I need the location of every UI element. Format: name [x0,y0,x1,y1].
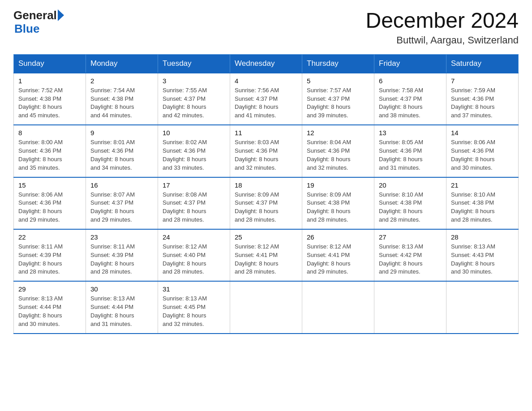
day-info: Sunrise: 7:56 AM Sunset: 4:37 PM Dayligh… [235,86,297,120]
day-info: Sunrise: 8:13 AM Sunset: 4:42 PM Dayligh… [379,243,442,276]
bottom-border-cell [374,334,446,334]
day-cell: 30 Sunrise: 8:13 AM Sunset: 4:44 PM Dayl… [86,282,158,333]
page-header: General Blue December 2024 Buttwil, Aarg… [13,9,519,46]
day-number: 25 [235,233,297,241]
week-row-3: 15 Sunrise: 8:06 AM Sunset: 4:36 PM Dayl… [14,178,519,229]
day-number: 31 [163,285,225,293]
day-cell: 20 Sunrise: 8:10 AM Sunset: 4:38 PM Dayl… [374,178,446,229]
day-number: 4 [235,77,297,85]
day-number: 24 [163,233,225,241]
day-info: Sunrise: 8:06 AM Sunset: 4:36 PM Dayligh… [451,138,514,172]
day-info: Sunrise: 7:58 AM Sunset: 4:37 PM Dayligh… [379,86,442,120]
logo-text: General [13,9,64,22]
day-cell [446,282,519,333]
bottom-border-row [14,334,519,334]
day-cell: 17 Sunrise: 8:08 AM Sunset: 4:37 PM Dayl… [158,178,230,229]
day-cell: 19 Sunrise: 8:09 AM Sunset: 4:38 PM Dayl… [302,178,374,229]
day-cell: 22 Sunrise: 8:11 AM Sunset: 4:39 PM Dayl… [14,230,86,281]
day-number: 29 [18,285,81,293]
header-tuesday: Tuesday [158,54,230,73]
day-number: 27 [379,233,442,241]
title-area: December 2024 Buttwil, Aargau, Switzerla… [365,9,519,46]
day-info: Sunrise: 8:09 AM Sunset: 4:38 PM Dayligh… [307,191,369,224]
bottom-border-cell [230,334,302,334]
day-cell: 3 Sunrise: 7:55 AM Sunset: 4:37 PM Dayli… [158,73,230,125]
day-cell: 5 Sunrise: 7:57 AM Sunset: 4:37 PM Dayli… [302,73,374,125]
calendar-table: Sunday Monday Tuesday Wednesday Thursday… [13,54,519,334]
day-cell: 14 Sunrise: 8:06 AM Sunset: 4:36 PM Dayl… [446,125,519,177]
day-cell: 6 Sunrise: 7:58 AM Sunset: 4:37 PM Dayli… [374,73,446,125]
day-info: Sunrise: 8:07 AM Sunset: 4:37 PM Dayligh… [90,191,153,224]
bottom-border-cell [158,334,230,334]
day-info: Sunrise: 7:54 AM Sunset: 4:38 PM Dayligh… [90,86,153,120]
day-info: Sunrise: 8:03 AM Sunset: 4:36 PM Dayligh… [235,138,297,172]
location-title: Buttwil, Aargau, Switzerland [365,34,519,46]
day-cell: 28 Sunrise: 8:13 AM Sunset: 4:43 PM Dayl… [446,230,519,281]
header-wednesday: Wednesday [230,54,302,73]
bottom-border-cell [446,334,519,334]
logo-arrow-icon [58,9,64,21]
day-cell: 2 Sunrise: 7:54 AM Sunset: 4:38 PM Dayli… [86,73,158,125]
day-info: Sunrise: 8:13 AM Sunset: 4:44 PM Dayligh… [90,295,153,328]
day-cell: 29 Sunrise: 8:13 AM Sunset: 4:44 PM Dayl… [14,282,86,333]
day-info: Sunrise: 8:10 AM Sunset: 4:38 PM Dayligh… [379,191,442,224]
header-saturday: Saturday [446,54,519,73]
day-cell: 25 Sunrise: 8:12 AM Sunset: 4:41 PM Dayl… [230,230,302,281]
day-info: Sunrise: 8:04 AM Sunset: 4:36 PM Dayligh… [307,138,369,172]
day-cell: 1 Sunrise: 7:52 AM Sunset: 4:38 PM Dayli… [14,73,86,125]
day-number: 15 [18,181,81,189]
day-number: 3 [163,77,225,85]
header-thursday: Thursday [302,54,374,73]
week-row-4: 22 Sunrise: 8:11 AM Sunset: 4:39 PM Dayl… [14,230,519,281]
week-row-5: 29 Sunrise: 8:13 AM Sunset: 4:44 PM Dayl… [14,282,519,333]
day-number: 28 [451,233,514,241]
day-number: 22 [18,233,81,241]
day-cell: 7 Sunrise: 7:59 AM Sunset: 4:36 PM Dayli… [446,73,519,125]
day-number: 20 [379,181,442,189]
day-cell: 23 Sunrise: 8:11 AM Sunset: 4:39 PM Dayl… [86,230,158,281]
day-cell: 12 Sunrise: 8:04 AM Sunset: 4:36 PM Dayl… [302,125,374,177]
day-number: 19 [307,181,369,189]
logo-blue: Blue [14,22,39,35]
day-info: Sunrise: 8:11 AM Sunset: 4:39 PM Dayligh… [18,243,81,276]
day-info: Sunrise: 7:59 AM Sunset: 4:36 PM Dayligh… [451,86,514,120]
day-cell: 11 Sunrise: 8:03 AM Sunset: 4:36 PM Dayl… [230,125,302,177]
day-cell: 16 Sunrise: 8:07 AM Sunset: 4:37 PM Dayl… [86,178,158,229]
day-info: Sunrise: 8:12 AM Sunset: 4:41 PM Dayligh… [235,243,297,276]
day-number: 8 [18,129,81,137]
day-number: 7 [451,77,514,85]
day-number: 13 [379,129,442,137]
day-number: 23 [90,233,153,241]
day-cell: 4 Sunrise: 7:56 AM Sunset: 4:37 PM Dayli… [230,73,302,125]
month-title: December 2024 [365,9,519,33]
day-info: Sunrise: 8:12 AM Sunset: 4:41 PM Dayligh… [307,243,369,276]
day-info: Sunrise: 8:05 AM Sunset: 4:36 PM Dayligh… [379,138,442,172]
day-info: Sunrise: 8:11 AM Sunset: 4:39 PM Dayligh… [90,243,153,276]
day-number: 26 [307,233,369,241]
day-cell [230,282,302,333]
day-info: Sunrise: 8:09 AM Sunset: 4:37 PM Dayligh… [235,191,297,224]
day-cell: 9 Sunrise: 8:01 AM Sunset: 4:36 PM Dayli… [86,125,158,177]
week-row-2: 8 Sunrise: 8:00 AM Sunset: 4:36 PM Dayli… [14,125,519,177]
day-number: 30 [90,285,153,293]
day-info: Sunrise: 8:13 AM Sunset: 4:44 PM Dayligh… [18,295,81,328]
day-info: Sunrise: 8:10 AM Sunset: 4:38 PM Dayligh… [451,191,514,224]
day-info: Sunrise: 7:52 AM Sunset: 4:38 PM Dayligh… [18,86,81,120]
day-info: Sunrise: 8:12 AM Sunset: 4:40 PM Dayligh… [163,243,225,276]
day-info: Sunrise: 8:01 AM Sunset: 4:36 PM Dayligh… [90,138,153,172]
day-cell [374,282,446,333]
day-cell: 26 Sunrise: 8:12 AM Sunset: 4:41 PM Dayl… [302,230,374,281]
day-info: Sunrise: 8:06 AM Sunset: 4:36 PM Dayligh… [18,191,81,224]
day-cell: 8 Sunrise: 8:00 AM Sunset: 4:36 PM Dayli… [14,125,86,177]
header-sunday: Sunday [14,54,86,73]
week-row-1: 1 Sunrise: 7:52 AM Sunset: 4:38 PM Dayli… [14,73,519,125]
day-number: 21 [451,181,514,189]
header-monday: Monday [86,54,158,73]
day-number: 16 [90,181,153,189]
day-number: 18 [235,181,297,189]
day-cell: 10 Sunrise: 8:02 AM Sunset: 4:36 PM Dayl… [158,125,230,177]
day-cell: 27 Sunrise: 8:13 AM Sunset: 4:42 PM Dayl… [374,230,446,281]
day-info: Sunrise: 7:57 AM Sunset: 4:37 PM Dayligh… [307,86,369,120]
day-number: 9 [90,129,153,137]
logo-general: General [13,9,57,22]
